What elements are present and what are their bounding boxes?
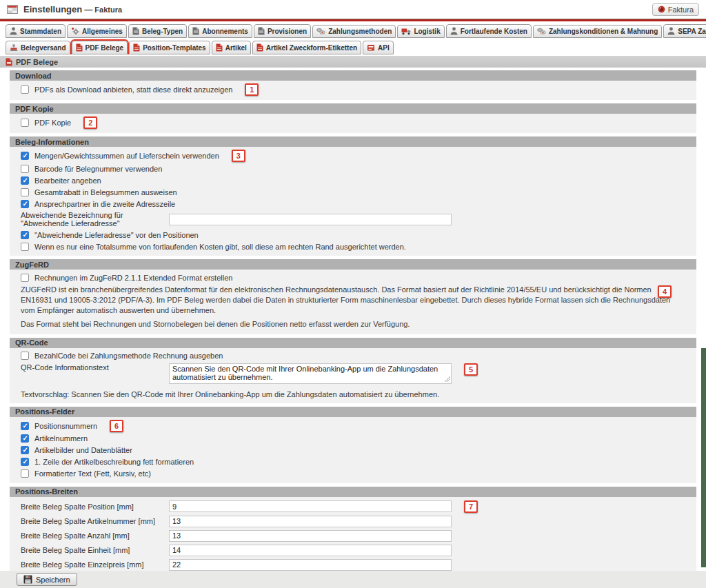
tab-zahlungskonditionen-mahnung[interactable]: Zahlungskonditionen & Mahnung [533,25,662,38]
checkbox-label: PDF Kopie [34,119,71,127]
checkbox-pdf-kopie[interactable] [21,119,29,127]
titlebar: Einstellungen — Faktura Faktura [0,0,706,19]
field-row-breite-einzelpreis: Breite Beleg Spalte Einzelpreis [mm] [10,558,696,572]
faktura-app-badge[interactable]: Faktura [652,3,699,16]
tab-artikel-zweckform-etiketten[interactable]: Artikel Zweckform-Etiketten [252,41,361,54]
tab-provisionen[interactable]: Provisionen [254,24,311,38]
checkbox-row-barcode-belegnummer: Barcode für Belegnummer verwenden [10,163,696,174]
checkbox-artikelnummern[interactable] [21,434,29,443]
checkbox-bezahlcode[interactable] [21,352,29,360]
section-title: PDF Kopie [15,105,54,113]
section-body: BezahlCode bei Zahlungsmethode Rechnung … [10,348,696,403]
tab-position-templates[interactable]: Position-Templates [129,41,210,54]
checkbox-formatierter-text[interactable] [21,469,29,478]
tab-logistik[interactable]: Logistik [397,25,444,38]
tab-label: Artikel Zweckform-Etiketten [266,44,357,52]
save-button[interactable]: Speichern [17,573,77,586]
pdf-icon [133,43,140,52]
checkbox-totalsumme-rechts[interactable] [21,243,29,251]
section-title: Download [15,72,52,80]
tab-label: Allgemeines [82,28,123,35]
paragraph: ZUGFeRD ist ein branchenübergreifendes D… [10,283,684,318]
checkbox-row-formatierter-text: Formatierter Text (Fett, Kursiv, etc) [10,468,696,480]
checkbox-row-bezahlcode: BezahlCode bei Zahlungsmethode Rechnung … [10,350,696,362]
section-title: QR-Code [15,338,48,347]
save-button-label: Speichern [36,576,70,584]
tab-row-primary: StammdatenAllgemeinesBeleg-TypenAbonneme… [0,21,706,38]
checkbox-label: Positionsnummern [34,422,97,430]
section-header: PDF Kopie [10,103,696,114]
tab-zahlungsmethoden[interactable]: Zahlungsmethoden [312,25,396,38]
checkbox-label: Ansprechpartner in die zweite Adresszeil… [34,200,175,208]
tab-belegversand[interactable]: Belegversand [6,41,70,54]
truck-icon [401,28,411,35]
checkbox-mengen-gewichtssummen[interactable] [21,152,29,160]
tab-pdf-belege[interactable]: PDF Belege [72,41,128,54]
footer-bar: Speichern [0,571,706,588]
field-label: Breite Beleg Spalte Artikelnummer [mm] [21,517,163,525]
annotation-callout: 6 [110,420,123,432]
checkbox-ansprechpartner-adresszeile[interactable] [21,200,29,208]
coins-icon [316,28,325,35]
checkbox-abweichende-lieferadresse-vor-positionen[interactable] [21,231,29,239]
input-breite-einzelpreis[interactable] [169,559,452,571]
settings-content: DownloadPDFs als Download anbieten, stat… [0,68,706,588]
pdf-icon [76,43,83,52]
tab-label: Stammdaten [20,28,61,35]
section-title: Beleg-Informationen [15,138,89,146]
checkbox-row-artikelnummern: Artikelnummern [10,433,696,445]
input-abweichende-bezeichnung[interactable] [169,214,452,225]
textarea-qr-infotext[interactable]: Scannen Sie den QR-Code mit Ihrer Online… [169,363,452,384]
checkbox-gesamtrabatt[interactable] [21,188,29,196]
field-label: QR-Code Informationstext [21,363,163,372]
section-pdf-kopie: PDF KopiePDF Kopie2 [10,103,696,133]
annotation-callout: 7 [464,500,478,513]
tab-label: Abonnements [202,28,248,35]
tab-label: Artikel [225,44,247,52]
section-header: QR-Code [10,338,696,348]
tab-beleg-typen[interactable]: Beleg-Typen [128,24,187,38]
checkbox-row-gesamtrabatt: Gesamtrabatt in Belegsummen ausweisen [10,186,696,198]
tab-label: Zahlungsmethoden [328,28,392,35]
section-body: Rechnungen im ZugFeRD 2.1.1 Extended For… [10,270,696,334]
checkbox-zugferd-erstellen[interactable] [21,274,29,282]
input-breite-anzahl[interactable] [169,530,452,542]
tab-abonnements[interactable]: Abonnements [188,24,252,38]
tab-sepa-zahlungsverkehr[interactable]: SEPA Zahlungsverkehr [663,24,706,38]
checkbox-positionsnummern[interactable] [21,422,29,430]
section-body: Positionsnummern6ArtikelnummernArtikelbi… [10,417,696,483]
checkbox-pdf-download[interactable] [21,85,29,94]
input-breite-einheit[interactable] [169,545,452,556]
section-body: PDF Kopie2 [10,114,696,133]
field-label: Abweichende Bezeichnung für "Abweichende… [21,211,163,227]
tab-label: PDF Belege [85,44,124,52]
tab-artikel[interactable]: Artikel [212,41,251,54]
checkbox-label: PDFs als Download anbieten, statt diese … [34,85,232,94]
tab-api[interactable]: API [363,41,394,54]
field-row-breite-anzahl: Breite Beleg Spalte Anzahl [mm] [10,529,696,543]
save-icon [23,575,32,584]
checkbox-bearbeiter-angeben[interactable] [21,176,29,185]
section-body: PDFs als Download anbieten, statt diese … [10,81,696,100]
section-header: ZugFeRD [10,259,696,270]
checkbox-barcode-belegnummer[interactable] [21,165,29,173]
checkbox-label: Mengen/Gewichtssummen auf Lieferschein v… [34,152,219,160]
checkbox-row-pdf-download: PDFs als Download anbieten, statt diese … [10,83,696,97]
stamp-icon [10,43,18,52]
checkbox-row-abweichende-lieferadresse-vor-positionen: "Abweichende Lieferadresse" vor den Posi… [10,229,696,241]
input-breite-position[interactable] [169,500,452,512]
tab-label: SEPA Zahlungsverkehr [678,28,706,35]
coins-icon [537,28,546,35]
checkbox-label: Barcode für Belegnummer verwenden [34,165,162,173]
page-subtitle: Faktura [94,6,122,14]
checkbox-artikelbilder[interactable] [21,446,29,454]
section-header: Positions-Felder [10,407,696,417]
section-header: Download [10,70,696,81]
breadcrumb-label: PDF Belege [16,58,58,66]
input-breite-artikelnummer[interactable] [169,516,452,527]
tab-fortlaufende-kosten[interactable]: Fortlaufende Kosten [446,24,532,38]
checkbox-erste-zeile-fett[interactable] [21,458,29,466]
tab-stammdaten[interactable]: Stammdaten [6,24,65,38]
tab-allgemeines[interactable]: Allgemeines [67,24,127,38]
field-label: Breite Beleg Spalte Einheit [mm] [21,546,163,554]
